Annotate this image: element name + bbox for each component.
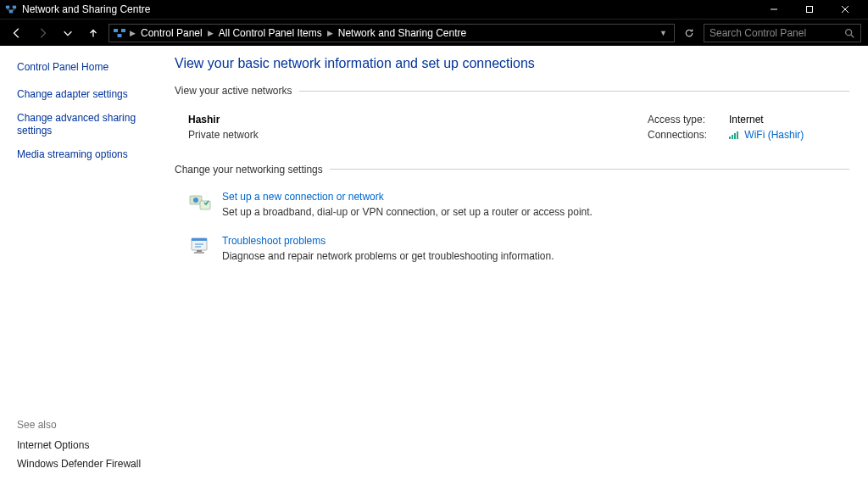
setup-connection-item: Set up a new connection or network Set u… [188, 191, 851, 218]
svg-rect-18 [200, 201, 210, 209]
access-type-value: Internet [729, 114, 851, 125]
breadcrumb-item[interactable]: All Control Panel Items [217, 27, 324, 39]
close-button[interactable] [827, 0, 863, 19]
chevron-down-icon[interactable]: ▼ [659, 29, 667, 37]
title-bar: Network and Sharing Centre [0, 0, 868, 19]
sidebar-link-media-streaming[interactable]: Media streaming options [17, 148, 158, 160]
control-panel-home-link[interactable]: Control Panel Home [17, 61, 158, 73]
chevron-right-icon: ▶ [206, 29, 215, 37]
breadcrumb-icon [113, 26, 126, 40]
active-networks-section: View your active networks [175, 85, 851, 97]
chevron-right-icon: ▶ [326, 29, 335, 37]
troubleshoot-icon [188, 235, 212, 259]
svg-rect-9 [118, 34, 122, 37]
svg-rect-4 [807, 7, 813, 13]
svg-rect-12 [729, 137, 731, 139]
search-box[interactable] [704, 24, 861, 42]
access-type-label: Access type: [648, 114, 724, 125]
forward-button[interactable] [32, 23, 53, 43]
breadcrumb-item[interactable]: Control Panel [139, 27, 204, 39]
troubleshoot-link[interactable]: Troubleshoot problems [222, 235, 554, 247]
breadcrumb-item[interactable]: Network and Sharing Centre [337, 27, 468, 39]
svg-point-10 [846, 29, 852, 35]
network-panel: Hashir Private network Access type: Inte… [175, 110, 851, 148]
svg-point-17 [193, 198, 198, 203]
minimize-button[interactable] [756, 0, 792, 19]
recent-button[interactable] [58, 23, 78, 43]
search-icon [843, 27, 855, 39]
back-button[interactable] [7, 23, 27, 43]
see-also-internet-options[interactable]: Internet Options [17, 439, 158, 451]
svg-rect-8 [121, 29, 125, 32]
connection-link[interactable]: WiFi (Hashir) [744, 129, 804, 141]
page-heading: View your basic network information and … [175, 56, 851, 71]
svg-rect-0 [6, 6, 9, 9]
svg-rect-22 [194, 252, 204, 254]
sidebar-link-adapter[interactable]: Change adapter settings [17, 88, 158, 100]
maximize-button[interactable] [792, 0, 827, 19]
section-label: Change your networking settings [175, 164, 323, 176]
setup-connection-desc: Set up a broadband, dial-up or VPN conne… [222, 206, 593, 218]
setup-connection-link[interactable]: Set up a new connection or network [222, 191, 593, 203]
troubleshoot-item: Troubleshoot problems Diagnose and repai… [188, 235, 851, 262]
chevron-right-icon: ▶ [128, 29, 137, 37]
svg-rect-1 [13, 6, 16, 9]
network-name: Hashir [188, 114, 648, 125]
svg-rect-14 [734, 133, 736, 139]
wifi-signal-icon [729, 130, 739, 142]
svg-rect-21 [197, 250, 202, 252]
window-title: Network and Sharing Centre [22, 3, 756, 15]
setup-connection-icon [188, 191, 212, 215]
sidebar-link-advanced-sharing[interactable]: Change advanced sharing settings [17, 112, 158, 137]
connections-label: Connections: [648, 129, 724, 142]
svg-rect-15 [737, 131, 738, 139]
see-also-firewall[interactable]: Windows Defender Firewall [17, 458, 158, 470]
breadcrumb[interactable]: ▶ Control Panel ▶ All Control Panel Item… [108, 24, 675, 42]
divider [299, 91, 849, 92]
change-settings-section: Change your networking settings [175, 164, 851, 176]
up-button[interactable] [83, 23, 103, 43]
search-input[interactable] [709, 27, 843, 39]
divider [330, 169, 849, 170]
network-type: Private network [188, 129, 648, 141]
app-icon [5, 3, 17, 15]
troubleshoot-desc: Diagnose and repair network problems or … [222, 250, 554, 262]
section-label: View your active networks [175, 85, 292, 97]
svg-rect-20 [192, 238, 207, 241]
main-content: View your basic network information and … [166, 46, 868, 485]
see-also-label: See also [17, 419, 158, 431]
sidebar: Control Panel Home Change adapter settin… [0, 46, 166, 485]
svg-rect-13 [732, 135, 733, 139]
svg-line-11 [851, 34, 854, 37]
svg-rect-7 [114, 29, 118, 32]
nav-bar: ▶ Control Panel ▶ All Control Panel Item… [0, 19, 868, 46]
refresh-button[interactable] [680, 24, 698, 42]
